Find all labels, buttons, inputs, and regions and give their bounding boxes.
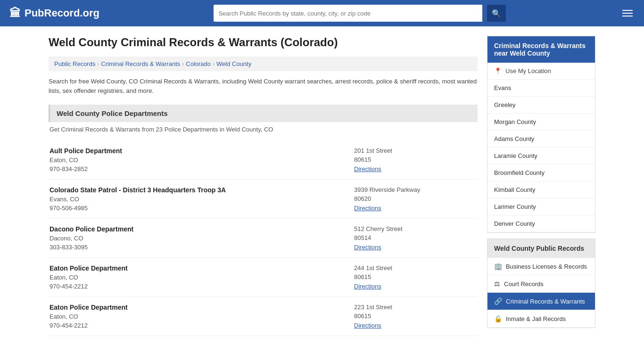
building-icon: 🏛 — [9, 7, 21, 20]
pub-record-icon: 🏢 — [494, 263, 502, 270]
dept-address: 201 1st Street — [354, 147, 477, 154]
department-list: Ault Police Department Eaton, CO 970-834… — [49, 140, 478, 336]
public-records-item[interactable]: ⚖ Court Records — [487, 275, 595, 293]
breadcrumb: Public Records › Criminal Records & Warr… — [49, 57, 478, 71]
dept-address: 244 1st Street — [354, 264, 477, 272]
dept-zip: 80615 — [354, 273, 477, 280]
nearby-item[interactable]: Kimball County — [487, 181, 595, 198]
menu-bar-1 — [622, 10, 633, 11]
directions-link[interactable]: Directions — [354, 244, 381, 251]
location-icon: 📍 — [494, 67, 502, 74]
search-icon: 🔍 — [492, 9, 501, 18]
dept-zip: 80514 — [354, 234, 477, 241]
public-records-section: Weld County Public Records 🏢 Business Li… — [487, 239, 595, 328]
dept-name: Eaton Police Department — [50, 264, 354, 272]
table-row: Eaton Police Department Eaton, CO 970-45… — [49, 297, 478, 336]
nearby-item[interactable]: Greeley — [487, 97, 595, 114]
dept-info: Eaton Police Department Eaton, CO 970-45… — [50, 304, 354, 329]
directions-link[interactable]: Directions — [354, 205, 381, 212]
breadcrumb-link-colorado[interactable]: Colorado — [186, 60, 211, 67]
nearby-item[interactable]: Laramie County — [487, 148, 595, 165]
breadcrumb-sep-1: › — [97, 61, 99, 67]
dept-city: Eaton, CO — [50, 274, 354, 281]
search-button[interactable]: 🔍 — [487, 5, 506, 22]
pub-record-label: Business Licenses & Records — [506, 263, 587, 270]
directions-link[interactable]: Directions — [354, 322, 381, 329]
dept-address: 223 1st Street — [354, 304, 477, 311]
nearby-item[interactable]: Adams County — [487, 131, 595, 148]
breadcrumb-sep-2: › — [182, 61, 184, 67]
dept-address: 3939 Riverside Parkway — [354, 186, 477, 193]
dept-phone: 970-454-2212 — [50, 283, 354, 290]
site-logo[interactable]: 🏛 PubRecord.org — [9, 7, 99, 20]
dept-address-block: 201 1st Street 80615 Directions — [354, 147, 477, 173]
table-row: Colorado State Patrol - District 3 Headq… — [49, 180, 478, 219]
dept-info: Eaton Police Department Eaton, CO 970-45… — [50, 264, 354, 290]
dept-city: Eaton, CO — [50, 313, 354, 320]
nearby-item[interactable]: Evans — [487, 80, 595, 97]
dept-city: Eaton, CO — [50, 156, 354, 164]
use-location-label: Use My Location — [505, 67, 551, 74]
pub-record-label: Inmate & Jail Records — [506, 315, 566, 322]
public-records-item[interactable]: 🔒 Inmate & Jail Records — [487, 310, 595, 328]
public-records-item[interactable]: 🏢 Business Licenses & Records — [487, 258, 595, 275]
dept-name: Dacono Police Department — [50, 225, 354, 233]
pub-record-label: Criminal Records & Warrants — [506, 298, 585, 305]
dept-address-block: 223 1st Street 80615 Directions — [354, 304, 477, 329]
breadcrumb-link-public-records[interactable]: Public Records — [54, 60, 95, 67]
section-subtext: Get Criminal Records & Warrants from 23 … — [49, 126, 478, 133]
pub-record-icon: 🔒 — [494, 315, 502, 322]
page-title: Weld County Criminal Records & Warrants … — [49, 36, 478, 49]
sidebar: Criminal Records & Warrants near Weld Co… — [487, 36, 595, 336]
table-row: Dacono Police Department Dacono, CO 303-… — [49, 219, 478, 258]
dept-phone: 970-506-4985 — [50, 205, 354, 212]
logo-text: PubRecord.org — [25, 7, 99, 19]
menu-button[interactable] — [620, 8, 635, 18]
nearby-item[interactable]: Larimer County — [487, 198, 595, 215]
dept-zip: 80620 — [354, 195, 477, 202]
breadcrumb-link-weld-county[interactable]: Weld County — [216, 60, 251, 67]
dept-info: Dacono Police Department Dacono, CO 303-… — [50, 225, 354, 251]
breadcrumb-sep-3: › — [213, 61, 215, 67]
table-row: Ault Police Department Eaton, CO 970-834… — [49, 140, 478, 180]
main-container: Weld County Criminal Records & Warrants … — [39, 26, 605, 336]
pub-record-icon: 🔗 — [494, 297, 502, 305]
nearby-item[interactable]: Denver County — [487, 215, 595, 232]
dept-phone: 970-454-2212 — [50, 322, 354, 329]
breadcrumb-link-criminal-records[interactable]: Criminal Records & Warrants — [101, 60, 180, 67]
nearby-item[interactable]: Morgan County — [487, 114, 595, 131]
dept-address-block: 512 Cherry Street 80514 Directions — [354, 225, 477, 251]
pub-record-icon: ⚖ — [494, 280, 500, 288]
dept-name: Colorado State Patrol - District 3 Headq… — [50, 186, 354, 194]
site-header: 🏛 PubRecord.org 🔍 — [0, 0, 644, 26]
table-row: Eaton Police Department Eaton, CO 970-45… — [49, 258, 478, 297]
page-description: Search for free Weld County, CO Criminal… — [49, 77, 478, 95]
nearby-header: Criminal Records & Warrants near Weld Co… — [487, 36, 595, 63]
dept-phone: 970-834-2852 — [50, 165, 354, 173]
menu-bar-2 — [622, 13, 633, 14]
public-records-item[interactable]: 🔗 Criminal Records & Warrants — [487, 293, 595, 310]
public-records-header: Weld County Public Records — [487, 239, 595, 258]
dept-name: Ault Police Department — [50, 147, 354, 155]
dept-city: Dacono, CO — [50, 235, 354, 242]
search-input[interactable] — [214, 5, 482, 22]
dept-address-block: 244 1st Street 80615 Directions — [354, 264, 477, 290]
section-header: Weld County Police Departments — [49, 105, 478, 122]
dept-zip: 80615 — [354, 313, 477, 320]
content-area: Weld County Criminal Records & Warrants … — [49, 36, 478, 336]
directions-link[interactable]: Directions — [354, 283, 381, 290]
dept-name: Eaton Police Department — [50, 304, 354, 311]
dept-phone: 303-833-3095 — [50, 244, 354, 251]
dept-info: Ault Police Department Eaton, CO 970-834… — [50, 147, 354, 173]
dept-address-block: 3939 Riverside Parkway 80620 Directions — [354, 186, 477, 212]
use-location-item[interactable]: 📍 Use My Location — [487, 63, 595, 80]
dept-address: 512 Cherry Street — [354, 225, 477, 232]
dept-city: Evans, CO — [50, 196, 354, 203]
directions-link[interactable]: Directions — [354, 165, 381, 173]
nearby-item[interactable]: Broomfield County — [487, 165, 595, 181]
nearby-section: Criminal Records & Warrants near Weld Co… — [487, 36, 595, 233]
dept-zip: 80615 — [354, 156, 477, 163]
pub-record-label: Court Records — [504, 280, 544, 288]
menu-bar-3 — [622, 16, 633, 16]
dept-info: Colorado State Patrol - District 3 Headq… — [50, 186, 354, 212]
